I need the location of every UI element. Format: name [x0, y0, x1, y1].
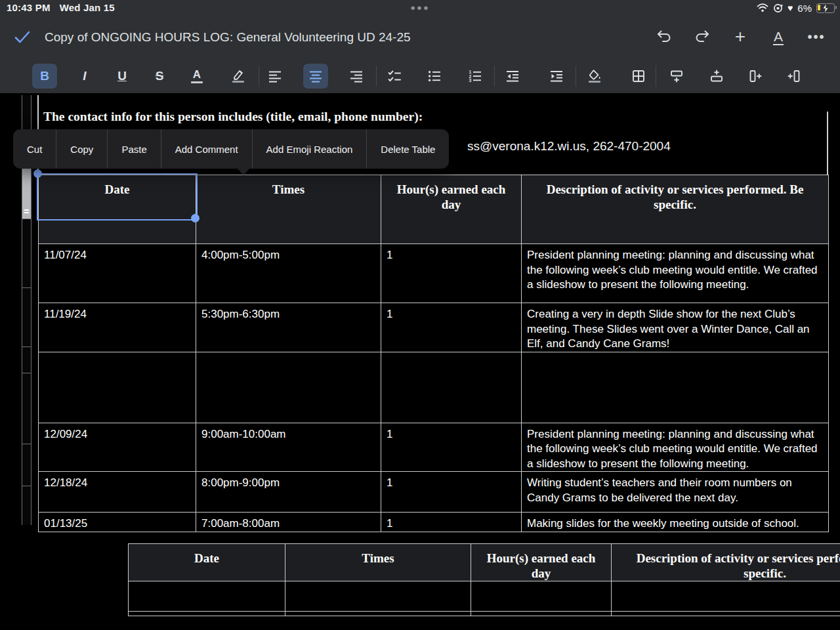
table-context-menu: CutCopyPasteAdd CommentAdd Emoji Reactio…	[13, 129, 449, 169]
bold-button[interactable]: B	[32, 64, 57, 89]
table-cell[interactable]: Creating a very in depth Slide show for …	[522, 303, 829, 352]
row-drag-handle[interactable]	[22, 168, 31, 219]
table-cell[interactable]	[381, 352, 522, 423]
table-cell[interactable]: President planning meeting: planning and…	[522, 423, 829, 472]
title-actions: + A •••	[652, 24, 828, 50]
table-cell[interactable]	[39, 352, 196, 423]
table-cell[interactable]: 4:00pm-5:00pm	[196, 244, 381, 303]
selection-handle-bottom-right[interactable]	[191, 214, 200, 222]
more-menu-button[interactable]: •••	[805, 24, 828, 50]
wifi-icon	[757, 3, 768, 12]
table-cell[interactable]	[285, 581, 471, 612]
table-cell[interactable]: 11/07/24	[39, 244, 196, 303]
column-header[interactable]: Description of activity or services perf…	[612, 544, 840, 581]
done-check-button[interactable]	[13, 29, 32, 49]
redo-button[interactable]	[690, 24, 714, 50]
table-cell[interactable]: 1	[381, 423, 522, 472]
table-row	[129, 581, 840, 612]
status-bar: 10:43 PMWed Jan 15 ●●● ♥ 6%	[0, 0, 840, 17]
table-cell[interactable]	[285, 612, 471, 616]
table-row: 01/13/257:00am-8:00am1Making slides for …	[39, 513, 829, 532]
bulleted-list-button[interactable]	[422, 64, 447, 89]
title-bar: Copy of ONGOING HOURS LOG: General Volun…	[0, 17, 840, 59]
table-cell[interactable]: Making slides for the weekly meeting out…	[522, 513, 829, 532]
indent-increase-button[interactable]	[544, 64, 569, 89]
align-right-button[interactable]	[344, 64, 369, 89]
align-center-button[interactable]	[303, 64, 328, 89]
document-canvas[interactable]: The contact info for this person include…	[0, 93, 840, 630]
table-cell[interactable]: 8:00pm-9:00pm	[196, 472, 381, 513]
table-cell[interactable]	[522, 352, 829, 423]
insert-column-right-button[interactable]	[782, 64, 807, 89]
insert-table-button[interactable]	[626, 64, 651, 89]
column-header[interactable]: Times	[196, 175, 381, 244]
insert-row-below-button[interactable]	[664, 64, 689, 89]
next-hours-table[interactable]: DateTimesHour(s) earned each dayDescript…	[128, 543, 840, 616]
table-cell[interactable]: President planning meeting: planning and…	[522, 244, 829, 303]
battery-percent: 6%	[797, 3, 812, 14]
table-cell[interactable]: 9:00am-10:00am	[196, 423, 381, 472]
table-row: 11/19/245:30pm-6:30pm1Creating a very in…	[39, 303, 829, 352]
column-header[interactable]: Date	[129, 544, 285, 581]
checklist-button[interactable]	[382, 64, 407, 89]
column-header[interactable]: Description of activity or services perf…	[522, 175, 829, 244]
menu-item-paste[interactable]: Paste	[108, 129, 160, 169]
table-cell[interactable]: 5:30pm-6:30pm	[196, 303, 381, 352]
menu-item-copy[interactable]: Copy	[56, 129, 107, 169]
contact-info-text[interactable]: ss@verona.k12.wi.us, 262-470-2004	[467, 139, 671, 154]
table-cell[interactable]	[129, 612, 285, 616]
strikethrough-button[interactable]: S	[147, 64, 172, 89]
table-cell[interactable]: 12/09/24	[39, 423, 196, 472]
app-chrome: 10:43 PMWed Jan 15 ●●● ♥ 6%	[0, 0, 840, 93]
status-date: Wed Jan 15	[60, 2, 115, 13]
numbered-list-button[interactable]: 123	[463, 64, 488, 89]
indent-decrease-button[interactable]	[500, 64, 525, 89]
format-text-button[interactable]: A	[766, 24, 790, 50]
table-cell[interactable]	[129, 581, 285, 612]
text-color-button[interactable]: A	[184, 64, 209, 89]
italic-button[interactable]: I	[72, 64, 97, 89]
table-cell[interactable]: Writing student’s teachers and their roo…	[522, 472, 829, 513]
document-title[interactable]: Copy of ONGOING HOURS LOG: General Volun…	[45, 30, 411, 45]
table-cell[interactable]	[612, 612, 840, 616]
menu-item-add-emoji-reaction[interactable]: Add Emoji Reaction	[253, 129, 367, 169]
insert-column-left-button[interactable]	[743, 64, 768, 89]
table-cell[interactable]: 01/13/25	[39, 513, 196, 532]
highlight-color-button[interactable]	[226, 64, 251, 89]
table-cell[interactable]	[471, 612, 612, 616]
column-header[interactable]: Times	[285, 544, 471, 581]
column-header[interactable]: Hour(s) earned each day	[471, 544, 612, 581]
menu-item-cut[interactable]: Cut	[13, 129, 56, 169]
contact-heading[interactable]: The contact info for this person include…	[43, 110, 798, 124]
table-row	[129, 612, 840, 616]
table-row	[39, 352, 829, 423]
column-header[interactable]: Date	[39, 175, 196, 244]
selection-handle-top-left[interactable]	[33, 169, 42, 178]
table-cell[interactable]: 1	[381, 513, 522, 532]
insert-row-above-button[interactable]	[704, 64, 729, 89]
clock-time: 10:43 PM	[7, 2, 51, 13]
table-cell[interactable]	[471, 581, 612, 612]
table-cell[interactable]: 12/18/24	[39, 472, 196, 513]
multitasking-dots-icon[interactable]: ●●●	[410, 3, 430, 12]
underline-button[interactable]: U	[110, 64, 135, 89]
table-cell[interactable]: 1	[381, 244, 522, 303]
hours-log-table[interactable]: DateTimesHour(s) earned each dayDescript…	[38, 175, 829, 532]
table-cell[interactable]: 1	[381, 472, 522, 513]
table-cell[interactable]: 11/19/24	[39, 303, 196, 352]
table-cell[interactable]: 1	[381, 303, 522, 352]
undo-button[interactable]	[652, 24, 676, 50]
insert-plus-button[interactable]: +	[728, 24, 752, 50]
table-right-border-extension	[827, 112, 828, 177]
table-cell[interactable]: 7:00am-8:00am	[196, 513, 381, 532]
heart-focus-icon: ♥	[788, 3, 793, 12]
table-cell[interactable]	[612, 581, 840, 612]
menu-item-add-comment[interactable]: Add Comment	[161, 129, 252, 169]
table-cell[interactable]	[196, 352, 381, 423]
fill-color-button[interactable]	[582, 64, 607, 89]
menu-item-delete-table[interactable]: Delete Table	[367, 129, 449, 169]
column-header[interactable]: Hour(s) earned each day	[381, 175, 522, 244]
status-right: ♥ 6%	[757, 1, 835, 14]
svg-text:3: 3	[469, 78, 472, 83]
align-left-button[interactable]	[262, 64, 287, 89]
